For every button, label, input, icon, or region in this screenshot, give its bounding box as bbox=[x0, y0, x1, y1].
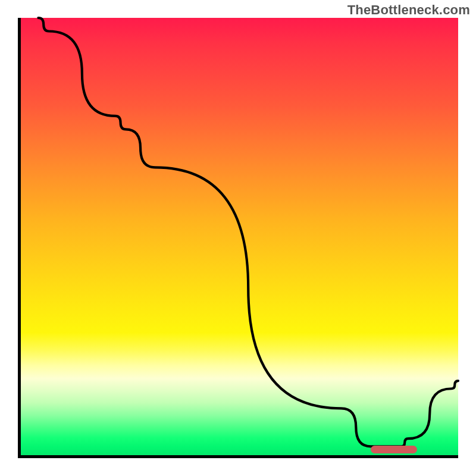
plot-frame bbox=[18, 18, 458, 458]
bottleneck-curve bbox=[38, 18, 458, 446]
chart-container: TheBottleneck.com bbox=[0, 0, 476, 476]
curve-svg bbox=[21, 18, 458, 455]
attribution-text: TheBottleneck.com bbox=[347, 2, 470, 18]
plot-area bbox=[21, 18, 458, 455]
optimal-range-marker bbox=[371, 446, 417, 453]
